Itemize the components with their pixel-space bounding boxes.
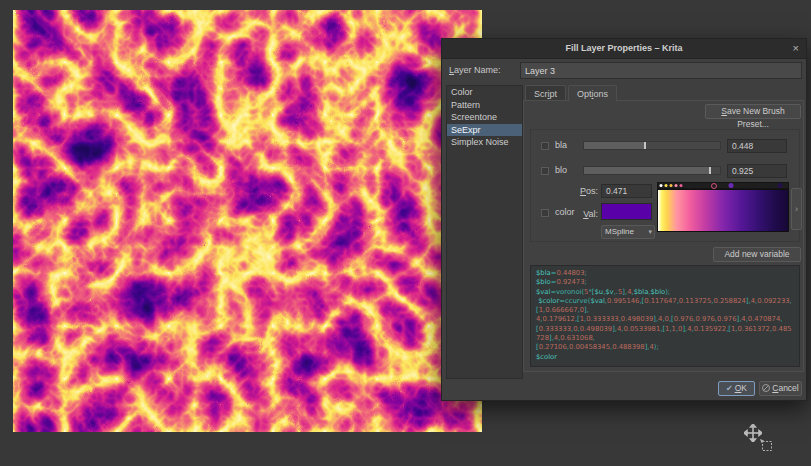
gradient-stop-marker[interactable] xyxy=(675,184,678,187)
gradient-stop-marker[interactable] xyxy=(680,184,683,187)
add-new-variable-button[interactable]: Add new variable xyxy=(713,247,801,262)
gradient-next-button[interactable]: › xyxy=(791,188,802,230)
generator-item-pattern[interactable]: Pattern xyxy=(447,99,522,112)
generator-list: Color Pattern Screentone SeExpr Simplex … xyxy=(446,85,523,379)
color-value-swatch[interactable] xyxy=(601,203,652,220)
ok-button[interactable]: ✔OK xyxy=(718,381,755,396)
generator-item-color[interactable]: Color xyxy=(447,86,522,99)
dialog-titlebar[interactable]: Fill Layer Properties – Krita × xyxy=(442,39,806,59)
transform-handle-icon xyxy=(759,438,774,453)
bla-slider[interactable] xyxy=(583,141,721,150)
gradient-stop-marker[interactable] xyxy=(659,184,662,187)
seexpr-script-text[interactable]: $bla=0.44803; $blo=0.92473; $val=voronoi… xyxy=(530,265,800,367)
gradient-stops-strip[interactable] xyxy=(657,182,789,189)
generator-item-seexpr[interactable]: SeExpr xyxy=(447,124,522,137)
tab-options[interactable]: Options xyxy=(568,85,617,101)
check-icon: ✔ xyxy=(726,384,733,393)
chevron-down-icon: ▾ xyxy=(648,226,652,238)
cancel-button[interactable]: Cancel xyxy=(759,381,802,396)
layer-name-input[interactable] xyxy=(520,62,802,79)
pos-label: Pos: xyxy=(564,186,598,196)
bla-value-field[interactable]: 0.448 xyxy=(727,139,787,153)
options-panel: Save New Brush Preset... bla 0.448 blo 0… xyxy=(523,100,804,372)
cancel-label: Cancel xyxy=(772,383,798,393)
blo-checkbox[interactable] xyxy=(541,167,549,175)
layer-name-label: Layer Name: xyxy=(449,65,501,75)
seexpr-noise-pattern xyxy=(13,10,482,432)
val-label: Val: xyxy=(564,209,598,219)
canvas-image[interactable] xyxy=(13,10,482,432)
blo-slider[interactable] xyxy=(583,166,721,175)
blo-label: blo xyxy=(555,165,567,175)
blo-value-field[interactable]: 0.925 xyxy=(727,164,787,178)
gradient-stop-marker[interactable] xyxy=(670,184,673,187)
interpolation-dropdown[interactable]: MSpline ▾ xyxy=(601,225,655,239)
krita-workspace: Fill Layer Properties – Krita × Layer Na… xyxy=(0,0,811,466)
close-icon[interactable]: × xyxy=(793,42,799,54)
gradient-stop-marker[interactable] xyxy=(728,183,733,188)
generator-item-simplex-noise[interactable]: Simplex Noise xyxy=(447,136,522,149)
blo-slider-fill xyxy=(584,167,710,174)
bla-checkbox[interactable] xyxy=(541,142,549,150)
tab-script[interactable]: Script xyxy=(525,85,566,101)
blo-slider-handle[interactable] xyxy=(709,167,711,174)
cancel-icon xyxy=(762,384,770,392)
pos-value-field[interactable]: 0.471 xyxy=(601,184,652,198)
bla-slider-handle[interactable] xyxy=(644,142,646,149)
color-checkbox[interactable] xyxy=(541,209,549,217)
gradient-preview[interactable] xyxy=(657,189,789,232)
generator-item-screentone[interactable]: Screentone xyxy=(447,111,522,124)
gradient-stop-marker[interactable] xyxy=(778,183,783,188)
gradient-stop-marker[interactable] xyxy=(664,184,667,187)
save-brush-preset-button[interactable]: Save New Brush Preset... xyxy=(705,104,801,119)
dialog-title: Fill Layer Properties – Krita xyxy=(442,43,806,53)
bla-slider-fill xyxy=(584,142,645,149)
interpolation-value: MSpline xyxy=(605,227,634,236)
ok-label: OK xyxy=(735,383,747,393)
fill-layer-properties-dialog: Fill Layer Properties – Krita × Layer Na… xyxy=(441,38,807,401)
bla-label: bla xyxy=(555,140,567,150)
